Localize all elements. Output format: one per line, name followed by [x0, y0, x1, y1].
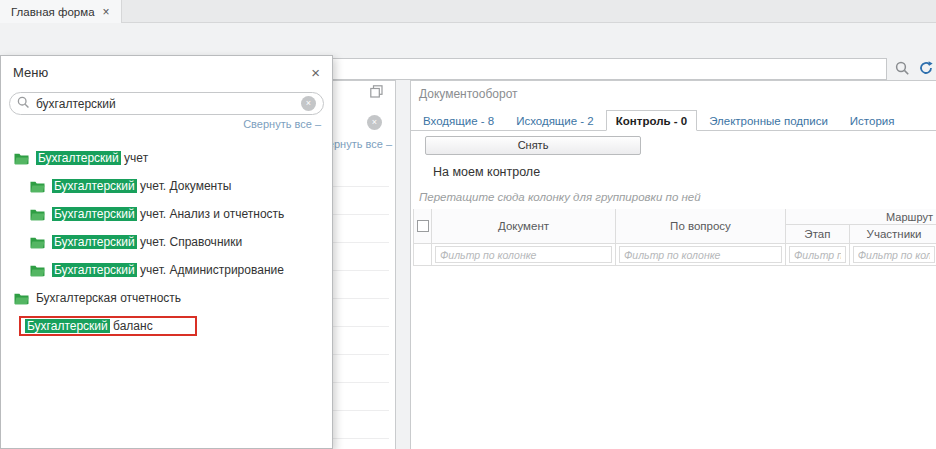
background-panel-rows	[332, 159, 389, 449]
docflow-tab[interactable]: Исходящие - 2	[506, 110, 604, 131]
tab-main-form[interactable]: Главная форма ×	[0, 0, 122, 23]
search-match-highlight: Бухгалтерский	[52, 263, 137, 277]
refresh-button[interactable]	[915, 59, 936, 80]
docflow-tab[interactable]: Электронные подписи	[699, 110, 838, 131]
search-icon	[895, 61, 910, 79]
refresh-icon	[918, 60, 934, 79]
stage-filter-input[interactable]	[789, 246, 846, 263]
folder-icon	[14, 292, 29, 305]
search-match-highlight: Бухгалтерский	[36, 151, 121, 165]
menu-item-label: учет. Справочники	[137, 235, 242, 249]
docflow-tab[interactable]: Контроль - 0	[606, 110, 697, 131]
menu-close-icon[interactable]: ×	[311, 65, 320, 80]
checkbox-column	[413, 209, 431, 266]
folder-icon	[30, 180, 45, 193]
collapse-minus-icon: –	[315, 118, 321, 130]
docflow-panel: Документооборот Входящие - 8Исходящие - …	[410, 80, 936, 449]
menu-item-content: Бухгалтерский учет. Справочники	[30, 235, 242, 249]
docflow-tab[interactable]: История	[840, 110, 905, 131]
folder-icon	[30, 236, 45, 249]
global-search-button[interactable]	[892, 59, 913, 80]
window-tab-bar: Главная форма ×	[0, 0, 936, 23]
menu-item-content: Бухгалтерский учет. Документы	[30, 179, 231, 193]
search-match-highlight: Бухгалтерский	[52, 235, 137, 249]
menu-tree-item[interactable]: Бухгалтерский учет. Документы	[1, 172, 332, 200]
menu-search-box: ×	[9, 92, 324, 115]
route-group-header[interactable]: Маршрут	[786, 209, 936, 225]
docflow-toolbar: Снять	[411, 131, 936, 159]
route-column-group: Маршрут Этап Участники	[785, 209, 936, 266]
menu-tree-item[interactable]: Бухгалтерский учет. Анализ и отчетность	[1, 200, 332, 228]
tab-close-icon[interactable]: ×	[103, 6, 110, 18]
global-search-input[interactable]	[331, 58, 887, 80]
menu-item-label: баланс	[110, 319, 153, 333]
menu-item-content: Бухгалтерский учет	[14, 151, 148, 165]
menu-item-label: учет	[121, 151, 148, 165]
app-root: { "colors": { "accent_green": "#18a05c",…	[0, 0, 936, 449]
search-icon	[17, 96, 30, 112]
menu-item-content: Бухгалтерский учет. Администрирование	[30, 263, 284, 277]
menu-tree-item[interactable]: Бухгалтерский баланс	[1, 312, 332, 340]
members-column: Участники	[849, 225, 936, 266]
menu-collapse-all-label: Свернуть все	[243, 118, 312, 130]
clear-search-icon[interactable]: ×	[367, 115, 382, 130]
menu-item-label: Бухгалтерская отчетность	[36, 291, 181, 305]
question-filter-input[interactable]	[619, 246, 782, 263]
menu-title: Меню	[13, 65, 48, 80]
menu-tree-item[interactable]: Бухгалтерский учет. Администрирование	[1, 256, 332, 284]
search-match-highlight: Бухгалтерский	[52, 179, 137, 193]
menu-clear-search-icon[interactable]: ×	[301, 96, 316, 111]
members-column-header[interactable]: Участники	[850, 225, 936, 244]
menu-tree: Бухгалтерский учетБухгалтерский учет. До…	[1, 135, 332, 340]
menu-collapse-all-link[interactable]: Свернуть все –	[1, 118, 332, 135]
docflow-subtitle: На моем контроле	[411, 159, 936, 185]
question-column: По вопросу	[615, 209, 785, 266]
control-table: Документ По вопросу Маршрут Этап Участни…	[413, 209, 936, 266]
stage-column: Этап	[786, 225, 849, 266]
checkbox-filter-cell	[414, 244, 431, 266]
docflow-panel-title: Документооборот	[411, 81, 936, 108]
document-column-header[interactable]: Документ	[432, 209, 615, 244]
document-column: Документ	[431, 209, 615, 266]
background-navigation-panel: × Свернуть все –	[332, 80, 396, 449]
search-match-highlight: Бухгалтерский	[52, 207, 137, 221]
select-all-checkbox[interactable]	[417, 220, 429, 232]
annotation-highlight-box: Бухгалтерский баланс	[19, 316, 197, 336]
stage-column-header[interactable]: Этап	[786, 225, 849, 244]
menu-item-content: Бухгалтерская отчетность	[14, 291, 181, 305]
folder-icon	[14, 152, 29, 165]
menu-item-content: Бухгалтерский учет. Анализ и отчетность	[30, 207, 284, 221]
menu-item-label: учет. Документы	[137, 179, 232, 193]
menu-tree-item[interactable]: Бухгалтерский учет	[1, 144, 332, 172]
docflow-tab[interactable]: Входящие - 8	[413, 110, 504, 131]
collapse-minus-icon: –	[386, 138, 392, 150]
menu-popup: Меню × × Свернуть все – Бухгалтерский уч…	[0, 55, 333, 449]
folder-icon	[30, 264, 45, 277]
search-match-highlight: Бухгалтерский	[25, 319, 110, 333]
question-column-header[interactable]: По вопросу	[616, 209, 785, 244]
folder-icon	[30, 208, 45, 221]
grouping-hint: Перетащите сюда колонку для группировки …	[411, 185, 936, 209]
document-filter-input[interactable]	[435, 246, 612, 263]
menu-tree-item[interactable]: Бухгалтерский учет. Справочники	[1, 228, 332, 256]
tab-main-form-label: Главная форма	[11, 6, 95, 18]
menu-item-label: учет. Администрирование	[137, 263, 284, 277]
members-filter-input[interactable]	[853, 246, 936, 263]
detach-window-icon[interactable]	[370, 85, 383, 101]
remove-from-control-button[interactable]: Снять	[425, 136, 641, 155]
menu-tree-item[interactable]: Бухгалтерская отчетность	[1, 284, 332, 312]
docflow-tabs: Входящие - 8Исходящие - 2Контроль - 0Эле…	[411, 108, 936, 131]
menu-header: Меню ×	[1, 56, 332, 88]
menu-search-input[interactable]	[36, 97, 295, 111]
menu-item-label: учет. Анализ и отчетность	[137, 207, 285, 221]
